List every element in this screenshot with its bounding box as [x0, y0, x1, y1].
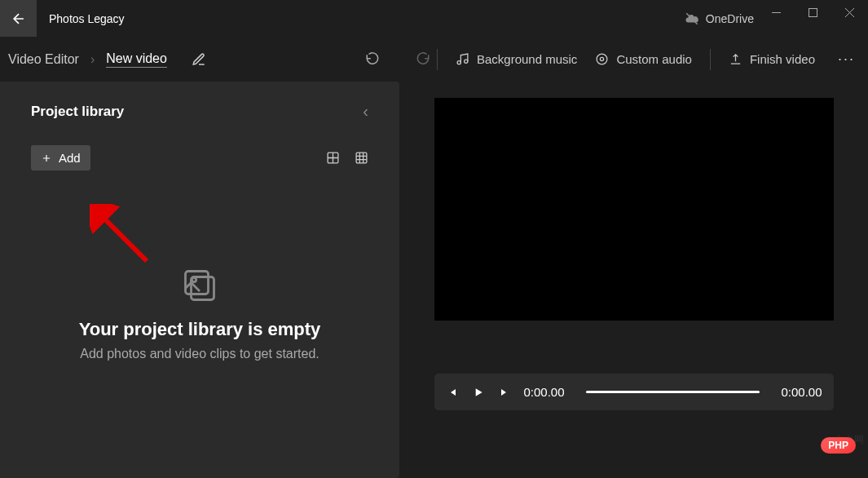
edit-icon[interactable] — [192, 52, 206, 67]
close-button[interactable] — [831, 0, 868, 24]
plus-icon — [41, 153, 52, 164]
maximize-button[interactable] — [795, 0, 831, 24]
undo-button[interactable] — [365, 51, 380, 69]
background-music-button[interactable]: Background music — [456, 52, 577, 66]
breadcrumb-section[interactable]: Video Editor — [8, 52, 79, 67]
library-header: Project library ‹ — [31, 102, 368, 121]
view-toggles — [326, 151, 368, 165]
svg-point-5 — [601, 57, 604, 60]
onedrive-label: OneDrive — [706, 12, 754, 25]
cloud-off-icon — [685, 11, 699, 26]
grid-large-icon[interactable] — [326, 151, 340, 165]
app-title: Photos Legacy — [49, 12, 125, 25]
library-title: Project library — [31, 104, 124, 120]
export-icon — [729, 52, 742, 66]
empty-subtitle: Add photos and video clips to get starte… — [31, 347, 368, 361]
previous-frame-button[interactable] — [446, 386, 459, 399]
preview-area: 0:00.00 0:00.00 — [399, 82, 868, 478]
svg-rect-10 — [186, 272, 209, 294]
project-library-panel: Project library ‹ Add Your project libra… — [0, 82, 399, 478]
collapse-chevron-icon[interactable]: ‹ — [363, 102, 368, 121]
empty-title: Your project library is empty — [31, 319, 368, 340]
library-actions: Add — [31, 145, 368, 170]
empty-state: Your project library is empty Add photos… — [31, 268, 368, 361]
toolbar: Video Editor › New video Background musi… — [0, 37, 868, 82]
svg-rect-2 — [809, 8, 817, 16]
window-controls — [758, 0, 868, 24]
seek-bar[interactable] — [586, 391, 760, 393]
minimize-button[interactable] — [758, 0, 795, 24]
time-total: 0:00.00 — [781, 385, 822, 399]
back-button[interactable] — [0, 0, 37, 37]
music-icon — [456, 52, 469, 66]
custom-audio-button[interactable]: Custom audio — [595, 52, 692, 66]
more-button[interactable]: ··· — [833, 51, 860, 68]
svg-point-6 — [597, 54, 608, 64]
add-button[interactable]: Add — [31, 145, 90, 170]
php-watermark-badge: PHP — [821, 437, 856, 454]
time-current: 0:00.00 — [524, 385, 565, 399]
annotation-arrow — [90, 204, 163, 277]
svg-line-12 — [99, 214, 147, 261]
play-button[interactable] — [472, 386, 485, 399]
project-name[interactable]: New video — [106, 51, 167, 68]
player-controls: 0:00.00 0:00.00 — [434, 374, 834, 410]
divider — [710, 49, 711, 70]
svg-point-11 — [192, 277, 196, 281]
main-content: Project library ‹ Add Your project libra… — [0, 82, 868, 478]
video-preview[interactable] — [434, 98, 834, 321]
svg-rect-1 — [772, 12, 781, 13]
audio-settings-icon — [595, 52, 609, 66]
divider — [437, 49, 438, 70]
chevron-right-icon: › — [90, 52, 95, 67]
svg-rect-9 — [192, 277, 214, 300]
next-frame-button[interactable] — [498, 386, 511, 399]
history-controls — [365, 51, 430, 69]
titlebar: Photos Legacy OneDrive — [0, 0, 868, 37]
redo-button[interactable] — [416, 51, 430, 69]
finish-video-button[interactable]: Finish video — [729, 52, 815, 66]
grid-small-icon[interactable] — [355, 151, 368, 165]
svg-rect-8 — [356, 153, 367, 163]
media-placeholder-icon — [31, 268, 368, 303]
toolbar-actions: Background music Custom audio Finish vid… — [437, 49, 860, 70]
svg-point-3 — [457, 61, 460, 64]
svg-point-4 — [465, 60, 468, 63]
breadcrumb[interactable]: Video Editor › New video — [8, 51, 206, 68]
